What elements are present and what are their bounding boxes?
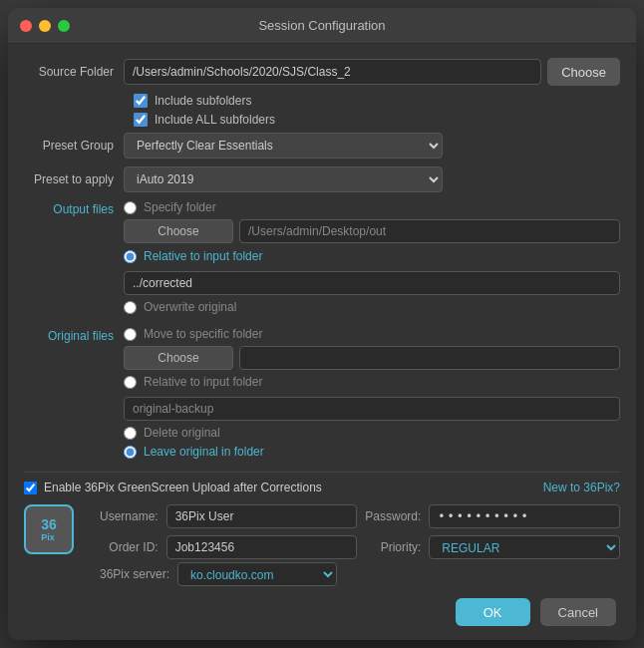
source-folder-input[interactable]	[124, 59, 541, 85]
specify-folder-row: Specify folder	[124, 200, 620, 214]
specify-folder-radio-label: Specify folder	[144, 200, 216, 214]
server-select[interactable]: ko.cloudko.com	[177, 562, 337, 586]
original-relative-radio-label: Relative to input folder	[144, 375, 262, 389]
preset-group-label: Preset Group	[24, 139, 124, 153]
output-choose-button[interactable]: Choose	[124, 219, 233, 243]
source-folder-row: Source Folder Choose	[24, 58, 620, 86]
relative-folder-radio[interactable]	[124, 250, 137, 263]
divider	[24, 472, 620, 473]
window-title: Session Configuration	[258, 18, 385, 33]
output-folder-input[interactable]	[239, 219, 620, 243]
delete-original-radio[interactable]	[124, 427, 137, 440]
original-files-section: Original files Move to specific folder C…	[24, 327, 620, 464]
leave-original-radio-label: Leave original in folder	[144, 445, 264, 459]
output-files-label[interactable]: Output files	[24, 200, 124, 216]
preset-group-row: Preset Group Perfectly Clear Essentials	[24, 133, 620, 159]
preset-group-select[interactable]: Perfectly Clear Essentials	[124, 133, 443, 159]
enable-upload-checkbox[interactable]	[24, 482, 37, 494]
specify-folder-controls: Choose	[124, 219, 620, 243]
logo-number: 36	[41, 516, 57, 532]
original-choose-button[interactable]: Choose	[124, 346, 233, 370]
password-label: Password:	[365, 509, 421, 523]
original-relative-row: Relative to input folder	[124, 375, 620, 389]
logo-pix-text: Pix	[41, 532, 57, 542]
enable-upload-row: Enable 36Pix GreenScreen Upload after Co…	[24, 481, 620, 494]
original-relative-radio[interactable]	[124, 376, 137, 389]
enable-left: Enable 36Pix GreenScreen Upload after Co…	[24, 481, 322, 494]
move-folder-row: Move to specific folder	[124, 327, 620, 341]
enable-upload-label: Enable 36Pix GreenScreen Upload after Co…	[44, 481, 322, 494]
button-row: OK Cancel	[24, 598, 620, 626]
include-all-subfolders-checkbox[interactable]	[134, 113, 148, 127]
specify-folder-radio[interactable]	[124, 201, 137, 214]
include-all-subfolders-row: Include ALL subfolders	[134, 113, 620, 127]
password-input[interactable]	[429, 504, 620, 528]
overwrite-radio-label: Overwrite original	[144, 300, 236, 314]
relative-folder-row: Relative to input folder	[124, 249, 620, 263]
leave-original-radio[interactable]	[124, 446, 137, 459]
relative-folder-value-input[interactable]	[124, 271, 620, 295]
preset-apply-select[interactable]: iAuto 2019	[124, 166, 443, 192]
include-subfolders-row: Include subfolders	[134, 94, 620, 108]
username-input[interactable]	[166, 504, 358, 528]
preset-apply-row: Preset to apply iAuto 2019	[24, 166, 620, 192]
priority-select[interactable]: REGULAR	[429, 535, 620, 559]
leave-original-row: Leave original in folder	[124, 445, 620, 459]
original-files-label[interactable]: Original files	[24, 327, 124, 343]
server-label: 36Pix server:	[100, 567, 169, 581]
maximize-button[interactable]	[58, 20, 70, 32]
titlebar: Session Configuration	[8, 8, 636, 44]
main-window: Session Configuration Source Folder Choo…	[8, 8, 636, 640]
upload-form-grid-wrapper: Username: Password: Order ID: Priority: …	[84, 504, 620, 586]
close-button[interactable]	[20, 20, 32, 32]
upload-form-grid: Username: Password: Order ID: Priority: …	[100, 504, 620, 559]
preset-apply-label: Preset to apply	[24, 172, 124, 186]
upload-form-area: 36 Pix Username: Password: Order ID: Pri…	[24, 504, 620, 586]
server-row: 36Pix server: ko.cloudko.com	[100, 562, 620, 586]
36pix-logo: 36 Pix	[24, 504, 74, 554]
include-all-subfolders-label: Include ALL subfolders	[155, 113, 275, 127]
traffic-lights	[20, 20, 70, 32]
relative-folder-radio-label: Relative to input folder	[144, 249, 262, 263]
move-folder-radio[interactable]	[124, 328, 137, 341]
cancel-button[interactable]: Cancel	[540, 598, 616, 626]
delete-original-radio-label: Delete original	[144, 426, 220, 440]
delete-original-row: Delete original	[124, 426, 620, 440]
include-subfolders-label: Include subfolders	[155, 94, 251, 108]
output-files-content: Specify folder Choose Relative to input …	[124, 200, 620, 319]
source-choose-button[interactable]: Choose	[547, 58, 620, 86]
original-folder-input[interactable]	[239, 346, 620, 370]
original-files-content: Move to specific folder Choose Relative …	[124, 327, 620, 464]
orderid-input[interactable]	[166, 535, 358, 559]
orderid-label: Order ID:	[100, 540, 159, 554]
ok-button[interactable]: OK	[456, 598, 530, 626]
original-relative-value-input[interactable]	[124, 397, 620, 421]
overwrite-radio[interactable]	[124, 301, 137, 314]
priority-label: Priority:	[365, 540, 421, 554]
minimize-button[interactable]	[39, 20, 51, 32]
output-files-section: Output files Specify folder Choose Relat…	[24, 200, 620, 319]
new-36pix-link[interactable]: New to 36Pix?	[543, 481, 620, 494]
source-folder-label: Source Folder	[24, 65, 124, 79]
original-choose-controls: Choose	[124, 346, 620, 370]
move-folder-radio-label: Move to specific folder	[144, 327, 262, 341]
include-subfolders-checkbox[interactable]	[134, 94, 148, 108]
overwrite-row: Overwrite original	[124, 300, 620, 314]
username-label: Username:	[100, 509, 159, 523]
